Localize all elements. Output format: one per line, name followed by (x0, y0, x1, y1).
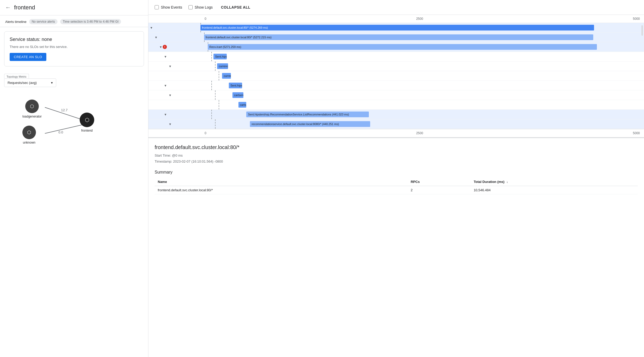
show-events-checkbox[interactable] (155, 5, 159, 9)
trace-bar-area: frontend.default.svc.cluster.local:80/* … (204, 33, 644, 42)
show-events-label[interactable]: Show Events (161, 5, 182, 9)
create-slo-button[interactable]: CREATE AN SLO (10, 53, 46, 61)
chevron-icon[interactable]: ▾ (160, 45, 162, 49)
trace-row[interactable]: ▾frontend.default.svc.cluster.local:80/*… (148, 23, 644, 33)
left-panel: ← frontend Alerts timeline No service al… (0, 0, 148, 357)
trace-bar: Sent.hipstershop.RecommendationService.L… (246, 112, 369, 117)
scrollbar-hint (641, 25, 643, 36)
topology-metric-value: Requests/sec (avg) (8, 81, 37, 85)
trace-row[interactable]: ▾cartservice.default.svc.cluster.local:7… (148, 90, 644, 100)
svg-line-0 (45, 107, 85, 120)
summary-table-row: frontend.default.svc.cluster.local:80/*2… (155, 186, 638, 194)
error-icon: ! (163, 45, 167, 49)
dashed-reference-line (211, 110, 212, 119)
chevron-icon[interactable]: ▾ (155, 35, 157, 39)
node-circle-frontend: ⬡ (80, 113, 94, 127)
trace-bar-area: cartservice.default.svc.cluster.local:70… (215, 90, 644, 100)
axis-row: 0 2500 5000 (148, 15, 644, 23)
summary-table-body: frontend.default.svc.cluster.local:80/*2… (155, 186, 638, 194)
dashed-reference-line (211, 81, 212, 90)
trace-timeline: 0 2500 5000 ▾frontend.default.svc.cluste… (148, 15, 644, 129)
chevron-icon[interactable]: ▾ (165, 83, 166, 88)
trace-row-label-area: ▾! (148, 45, 208, 49)
axis-row-bottom: 0 2500 5000 (148, 129, 644, 137)
trace-row[interactable]: currencyservice.default.svc.cluster.loca… (148, 71, 644, 81)
dashed-reference-line (215, 61, 216, 71)
trace-row[interactable]: ▾currencyservice.default.svc.cluster.loc… (148, 61, 644, 71)
node-label-loadgenerator: loadgenerator (22, 115, 42, 118)
topology-metric-label: Topology Metric (4, 74, 29, 79)
chevron-icon[interactable]: ▾ (169, 93, 171, 97)
dashed-reference-line (211, 52, 212, 61)
topology-graph: 12.7 0.0 ⬡ loadgenerator ⬡ unknown ⬡ fro… (4, 89, 144, 146)
topology-section: Topology Metric Requests/sec (avg) ▾ (0, 71, 148, 89)
trace-row[interactable]: ▾Sent.hipstershop.CartService.GetCart (4… (148, 81, 644, 90)
alerts-timeline-section: Alerts timeline No service alerts Time s… (0, 15, 148, 27)
topology-metric-select[interactable]: Requests/sec (avg) ▾ (4, 78, 56, 87)
alerts-row: Alerts timeline No service alerts Time s… (5, 19, 143, 24)
back-icon[interactable]: ← (5, 5, 11, 10)
trace-row[interactable]: ▾recommendationservice.default.svc.clust… (148, 119, 644, 129)
show-logs-checkbox[interactable] (188, 5, 193, 9)
trace-row-label-area: ▾ (148, 26, 200, 30)
top-bar: ← frontend (0, 0, 148, 15)
chevron-down-icon: ▾ (51, 81, 53, 85)
trace-bar: Sent.hipstershop.CurrencyService.GetSupp… (213, 54, 226, 59)
dashed-reference-line (215, 90, 216, 100)
alerts-label: Alerts timeline (5, 20, 27, 24)
node-loadgenerator[interactable]: ⬡ loadgenerator (22, 100, 42, 118)
right-panel: Show Events Show Logs COLLAPSE ALL 0 250… (148, 0, 644, 357)
trace-row[interactable]: cartservice.default.svc.cluster.local:70… (148, 100, 644, 110)
collapse-all-button[interactable]: COLLAPSE ALL (219, 4, 252, 10)
svg-text:0.0: 0.0 (59, 130, 63, 134)
dashed-reference-line (215, 119, 216, 129)
service-status-section: Service status: none There are no SLOs s… (4, 31, 144, 66)
start-time: Start Time: @0 ms (155, 152, 638, 158)
detail-meta: Start Time: @0 ms Timestamp: 2023-02-07 … (155, 152, 638, 165)
trace-bar-area: Sent.hipstershop.CartService.GetCart (4.… (211, 81, 644, 90)
axis-labels: 0 2500 5000 (200, 16, 644, 22)
sort-icon[interactable]: ↓ (506, 180, 508, 184)
axis-label-0: 0 (205, 17, 206, 21)
trace-row-label-area: ▾ (148, 122, 215, 126)
trace-row[interactable]: ▾frontend.default.svc.cluster.local:80/*… (148, 33, 644, 42)
node-frontend[interactable]: ⬡ frontend (80, 113, 94, 132)
node-unknown[interactable]: ⬡ unknown (22, 126, 36, 144)
trace-bar-area: Sent.hipstershop.CurrencyService.GetSupp… (211, 52, 644, 61)
trace-row[interactable]: ▾!Recv./cart (5271.259 ms) (148, 42, 644, 52)
trace-bar: cartservice.default.svc.cluster.local:70… (232, 92, 243, 98)
trace-bar: currencyservice.default.svc.cluster.loca… (222, 73, 231, 79)
detail-title: frontend.default.svc.cluster.local:80/* (155, 144, 638, 150)
dashed-reference-line (219, 71, 219, 81)
trace-rows-container: ▾frontend.default.svc.cluster.local:80/*… (148, 23, 644, 129)
trace-bar-area: recommendationservice.default.svc.cluste… (215, 119, 644, 129)
summary-title: Summary (155, 170, 638, 175)
trace-bar-area: Recv./cart (5271.259 ms) (208, 42, 644, 52)
detail-panel: frontend.default.svc.cluster.local:80/* … (148, 137, 644, 357)
dashed-reference-line (219, 100, 219, 109)
axis-bottom-5000: 5000 (633, 131, 640, 135)
trace-bar-area: currencyservice.default.svc.cluster.loca… (219, 71, 644, 81)
trace-bar: Sent.hipstershop.CartService.GetCart (4.… (229, 83, 242, 88)
svg-line-1 (45, 124, 85, 133)
chevron-icon[interactable]: ▾ (169, 122, 171, 126)
summary-rpcs-cell: 2 (408, 186, 471, 194)
chevron-icon[interactable]: ▾ (150, 26, 152, 30)
summary-table: Name RPCs Total Duration (ms) ↓ frontend… (155, 178, 638, 194)
trace-bar: frontend.default.svc.cluster.local:80/* … (204, 34, 593, 40)
col-header-rpcs: RPCs (408, 178, 471, 186)
chevron-icon[interactable]: ▾ (169, 64, 171, 68)
chevron-icon[interactable]: ▾ (165, 112, 166, 116)
trace-row-label-area: ▾ (148, 93, 215, 97)
show-logs-label[interactable]: Show Logs (195, 5, 213, 9)
trace-row-label-area: ▾ (148, 83, 211, 88)
summary-duration-cell: 10,546.484 (471, 186, 638, 194)
chevron-icon[interactable]: ▾ (165, 54, 166, 59)
no-alerts-badge: No service alerts (29, 19, 58, 24)
node-circle-loadgenerator: ⬡ (25, 100, 39, 113)
trace-bar-area: frontend.default.svc.cluster.local:80/* … (200, 23, 644, 32)
node-label-unknown: unknown (23, 141, 35, 144)
trace-row[interactable]: ▾Sent.hipstershop.CurrencyService.GetSup… (148, 52, 644, 61)
service-status-desc: There are no SLOs set for this service. (10, 45, 138, 49)
trace-row[interactable]: ▾Sent.hipstershop.RecommendationService.… (148, 110, 644, 119)
